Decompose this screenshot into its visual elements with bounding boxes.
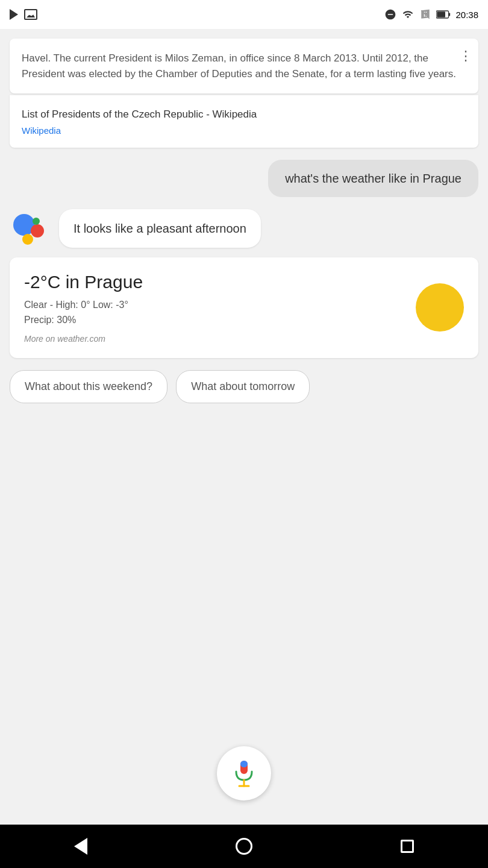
weather-sun-icon	[416, 283, 464, 332]
mic-button[interactable]	[217, 746, 271, 800]
do-not-disturb-icon	[384, 8, 396, 20]
chip-this-weekend[interactable]: What about this weekend?	[10, 370, 167, 403]
scroll-area: Havel. The current President is Milos Ze…	[0, 29, 488, 734]
weather-source-link[interactable]: More on weather.com	[24, 334, 143, 344]
weather-detail-line2: Precip: 30%	[24, 312, 143, 328]
user-query-bubble: what's the weather like in Prague	[268, 160, 478, 197]
svg-rect-2	[449, 13, 451, 16]
nav-back-button[interactable]	[74, 838, 87, 855]
chip-tomorrow[interactable]: What about tomorrow	[176, 370, 310, 403]
wifi-icon	[401, 9, 414, 20]
wiki-link-title: List of Presidents of the Czech Republic…	[22, 107, 466, 122]
weather-detail-line1: Clear - High: 0° Low: -3°	[24, 297, 143, 313]
main-content: Havel. The current President is Milos Ze…	[0, 29, 488, 825]
svg-rect-9	[240, 761, 248, 767]
svg-point-5	[31, 224, 44, 237]
wiki-link-source[interactable]: Wikipedia	[22, 125, 466, 136]
assistant-logo	[10, 209, 51, 250]
mic-icon	[233, 760, 255, 787]
signal-icon	[419, 9, 431, 20]
mic-area	[0, 734, 488, 825]
more-options-button[interactable]: ⋮	[459, 48, 472, 64]
image-icon	[24, 9, 37, 20]
status-right-icons: 20:38	[384, 8, 478, 20]
wiki-card-text: Havel. The current President is Milos Ze…	[22, 52, 456, 80]
svg-rect-3	[437, 11, 446, 17]
time-display: 20:38	[455, 10, 478, 20]
wiki-text-card: Havel. The current President is Milos Ze…	[10, 39, 478, 93]
weather-info: -2°C in Prague Clear - High: 0° Low: -3°…	[24, 272, 143, 344]
svg-point-7	[22, 234, 33, 245]
assistant-response-row: It looks like a pleasant afternoon	[0, 209, 488, 250]
nav-home-button[interactable]	[236, 838, 252, 855]
chips-row: What about this weekend? What about tomo…	[0, 370, 488, 403]
weather-temperature: -2°C in Prague	[24, 272, 143, 292]
nav-bar	[0, 825, 488, 868]
svg-point-6	[33, 218, 40, 225]
assistant-response-bubble: It looks like a pleasant afternoon	[59, 209, 261, 248]
status-left-icons	[10, 9, 37, 20]
nav-recents-button[interactable]	[401, 840, 414, 853]
status-bar: 20:38	[0, 0, 488, 29]
user-query-wrap: what's the weather like in Prague	[0, 160, 488, 197]
play-icon	[10, 9, 18, 20]
weather-card: -2°C in Prague Clear - High: 0° Low: -3°…	[10, 257, 478, 358]
battery-icon	[436, 10, 451, 19]
wiki-link-card[interactable]: List of Presidents of the Czech Republic…	[10, 95, 478, 148]
